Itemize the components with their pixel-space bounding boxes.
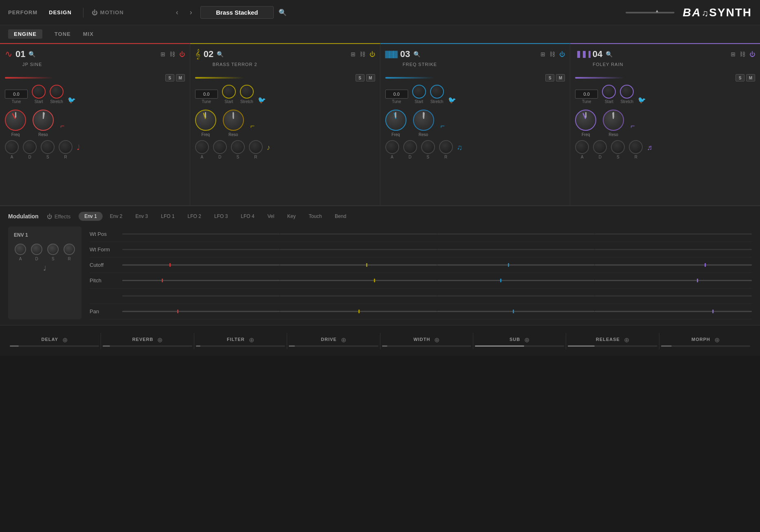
panel-4-solo-btn[interactable]: S [736,74,745,81]
panel-1-attack-knob[interactable] [5,140,19,154]
panel-1-decay-knob[interactable] [23,140,37,154]
panel-2-decay-knob[interactable] [213,140,227,154]
search-icon[interactable]: 🔍 [279,9,287,16]
mod-slot-cutoff-1[interactable] [122,264,280,266]
mod-slot-pitch-1[interactable] [122,280,280,281]
panel-1-solo-btn[interactable]: S [165,74,174,81]
panel-3-reso-knob[interactable] [413,110,434,131]
reverb-slider[interactable] [103,345,192,347]
subnav-mix[interactable]: MIX [83,31,94,37]
filter-slider[interactable] [196,345,285,347]
panel-4-release-knob[interactable] [629,140,643,154]
mod-slot-empty-1[interactable] [122,295,280,297]
env-release-knob[interactable] [64,244,75,255]
mod-slot-wtpos-1[interactable] [122,233,280,235]
panel-1-search-icon[interactable]: 🔍 [29,51,35,57]
drive-slider[interactable] [289,345,378,347]
panel-3-attack-knob[interactable] [385,140,399,154]
panel-1-link-icon[interactable]: ⛓ [169,51,175,57]
mod-tab-env2[interactable]: Env 2 [104,212,128,221]
mod-slot-empty-4[interactable] [595,295,752,297]
sub-add-icon[interactable]: ⊕ [524,336,529,344]
morph-slider[interactable] [661,345,750,347]
morph-add-icon[interactable]: ⊕ [714,336,720,344]
mod-tab-env1[interactable]: Env 1 [79,212,103,221]
panel-4-link-icon[interactable]: ⛓ [740,51,745,57]
mod-tab-env3[interactable]: Env 3 [130,212,154,221]
preset-prev[interactable]: ‹ [173,7,182,18]
panel-1-tune-input[interactable]: 0.0 [5,90,28,99]
panel-3-solo-btn[interactable]: S [545,74,554,81]
nav-design[interactable]: DESIGN [49,9,72,15]
preset-name[interactable]: Brass Stacked [200,6,274,19]
subnav-tone[interactable]: TONE [55,31,71,37]
panel-1-clip-icon[interactable]: ⊞ [160,51,165,57]
mod-tab-touch[interactable]: Touch [303,212,327,221]
nav-motion[interactable]: ⏻ MOTION [92,9,124,16]
panel-4-decay-knob[interactable] [593,140,607,154]
mod-slot-cutoff-2[interactable] [280,264,437,266]
panel-2-reso-knob[interactable] [223,110,244,131]
mod-slot-cutoff-4[interactable] [595,264,752,266]
mod-slot-pan-2[interactable] [280,311,437,312]
panel-1-reso-knob[interactable] [33,110,54,131]
panel-4-tune-input[interactable]: 0.0 [575,90,598,99]
mod-slot-wtform-1[interactable] [122,249,280,250]
mod-slot-wtpos-4[interactable] [595,233,752,235]
panel-3-power-icon[interactable]: ⏻ [559,51,565,57]
width-add-icon[interactable]: ⊕ [434,336,439,344]
env-sustain-knob[interactable] [47,244,59,255]
panel-3-sustain-knob[interactable] [421,140,435,154]
panel-1-stretch-knob[interactable] [50,85,64,99]
panel-2-solo-btn[interactable]: S [356,74,365,81]
mod-slot-wtform-4[interactable] [595,249,752,250]
panel-2-clip-icon[interactable]: ⊞ [351,51,356,57]
panel-4-search-icon[interactable]: 🔍 [606,51,613,57]
panel-3-mute-btn[interactable]: M [556,74,565,81]
drive-add-icon[interactable]: ⊕ [341,336,346,344]
panel-2-tune-input[interactable]: 0.0 [195,90,218,99]
mod-tab-bend[interactable]: Bend [329,212,352,221]
mod-slot-wtpos-3[interactable] [437,233,595,235]
filter-add-icon[interactable]: ⊕ [249,336,254,344]
panel-1-start-knob[interactable] [32,85,46,99]
panel-4-start-knob[interactable] [602,85,616,99]
width-slider[interactable] [382,345,471,347]
delay-add-icon[interactable]: ⊕ [62,336,68,344]
panel-2-sustain-knob[interactable] [231,140,245,154]
mod-slot-pitch-2[interactable] [280,280,437,281]
panel-1-mute-btn[interactable]: M [176,74,185,81]
panel-1-release-knob[interactable] [59,140,72,154]
mod-slot-cutoff-3[interactable] [437,264,595,266]
panel-2-freq-knob[interactable] [195,110,216,131]
mod-slot-wtpos-2[interactable] [280,233,437,235]
volume-slider[interactable] [626,12,674,13]
release-add-icon[interactable]: ⊕ [624,336,629,344]
mod-slot-pitch-4[interactable] [595,280,752,281]
panel-2-release-knob[interactable] [249,140,263,154]
panel-3-tune-input[interactable]: 0.0 [385,90,408,99]
panel-2-link-icon[interactable]: ⛓ [360,51,365,57]
nav-perform[interactable]: PERFORM [8,9,37,15]
panel-2-attack-knob[interactable] [195,140,209,154]
panel-3-start-knob[interactable] [412,85,426,99]
reverb-add-icon[interactable]: ⊕ [157,336,163,344]
panel-3-link-icon[interactable]: ⛓ [549,51,555,57]
env-decay-knob[interactable] [31,244,42,255]
panel-1-freq-knob[interactable] [5,110,26,131]
panel-4-mute-btn[interactable]: M [746,74,755,81]
panel-3-decay-knob[interactable] [403,140,417,154]
panel-2-search-icon[interactable]: 🔍 [217,51,224,57]
mod-tab-lfo3[interactable]: LFO 3 [209,212,233,221]
panel-2-stretch-knob[interactable] [240,85,254,99]
mod-tab-vel[interactable]: Vel [262,212,280,221]
panel-4-freq-knob[interactable] [575,110,596,131]
mod-slot-pitch-3[interactable] [437,280,595,281]
panel-1-power-icon[interactable]: ⏻ [179,51,185,57]
mod-slot-wtform-2[interactable] [280,249,437,250]
panel-4-sustain-knob[interactable] [611,140,625,154]
panel-4-clip-icon[interactable]: ⊞ [731,51,736,57]
release-slider[interactable] [568,345,657,347]
env-attack-knob[interactable] [15,244,26,255]
panel-4-reso-knob[interactable] [603,110,624,131]
